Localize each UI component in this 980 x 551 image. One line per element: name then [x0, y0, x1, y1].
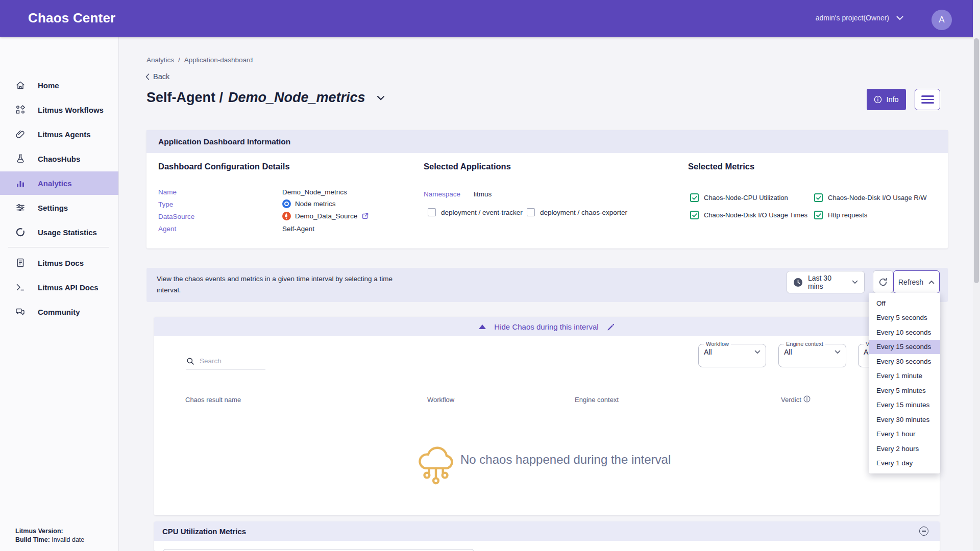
- back-button[interactable]: Back: [145, 72, 169, 81]
- column-verdict: Verdict: [781, 396, 801, 404]
- configuration-heading: Dashboard Configuration Details: [158, 162, 290, 171]
- app-logo: Chaos Center: [28, 10, 115, 26]
- menu-option-every-1-day[interactable]: Every 1 day: [869, 456, 940, 471]
- checkbox-checked[interactable]: [814, 211, 823, 219]
- metric-item: Http requests: [814, 211, 867, 219]
- panel-header: Application Dashboard Information: [146, 130, 948, 153]
- chevron-up-icon: [928, 280, 935, 284]
- breadcrumb-separator: /: [178, 56, 180, 64]
- refresh-now-button[interactable]: [873, 270, 893, 293]
- sidebar-divider: [8, 247, 109, 247]
- time-range-value: Last 30 mins: [808, 274, 847, 290]
- workflow-filter[interactable]: Workflow All: [698, 341, 766, 367]
- sidebar-item-settings[interactable]: Settings: [0, 196, 118, 219]
- config-label-name: Name: [158, 188, 177, 196]
- prometheus-icon: [282, 212, 291, 220]
- info-button[interactable]: Info: [867, 89, 906, 110]
- metric-item: Chaos-Node-CPU Utilization: [690, 193, 788, 202]
- sidebar-item-litmus-agents[interactable]: Litmus Agents: [0, 122, 118, 146]
- workflows-icon: [15, 105, 26, 115]
- menu-option-every-30-seconds[interactable]: Every 30 seconds: [869, 354, 940, 369]
- namespace-label: Namespace: [424, 190, 460, 198]
- edit-pencil-icon[interactable]: [607, 322, 615, 331]
- column-engine-context: Engine context: [575, 396, 619, 404]
- menu-option-every-5-seconds[interactable]: Every 5 seconds: [869, 311, 940, 325]
- search-icon: [186, 357, 194, 365]
- breadcrumb-application-dashboard[interactable]: Application-dashboard: [184, 56, 253, 64]
- cpu-section-title: CPU Utilization Metrics: [162, 527, 246, 536]
- menu-option-every-2-hours[interactable]: Every 2 hours: [869, 441, 940, 456]
- menu-option-every-10-seconds[interactable]: Every 10 seconds: [869, 325, 940, 340]
- page-title: Self-Agent / Demo_Node_metrics: [146, 90, 385, 106]
- config-value-name: Demo_Node_metrics: [282, 188, 347, 196]
- verdict-info-icon[interactable]: [803, 395, 811, 403]
- config-value-type: Node metrics: [282, 199, 336, 208]
- search-field: [186, 357, 265, 369]
- chevron-down-icon: [835, 350, 841, 354]
- usage-ring-icon: [15, 227, 26, 237]
- collapse-triangle-icon[interactable]: [479, 324, 486, 329]
- search-input[interactable]: [199, 357, 262, 365]
- menu-option-every-5-minutes[interactable]: Every 5 minutes: [869, 383, 940, 398]
- project-switcher[interactable]: admin's project(Owner): [816, 14, 903, 22]
- menu-option-off[interactable]: Off: [869, 296, 940, 311]
- document-icon: [15, 258, 26, 268]
- checkbox-unchecked[interactable]: [527, 208, 535, 216]
- config-label-datasource: DataSource: [158, 213, 194, 220]
- sidebar-item-analytics[interactable]: Analytics: [0, 171, 118, 195]
- refresh-rate-button[interactable]: Refresh: [893, 270, 940, 293]
- sidebar-item-community[interactable]: Community: [0, 300, 118, 323]
- interval-message: View the chaos events and metrics in a g…: [157, 273, 393, 296]
- page-title-agent: Self-Agent /: [146, 90, 223, 106]
- sidebar-item-home[interactable]: Home: [0, 73, 118, 97]
- dashboard-menu-button[interactable]: [915, 89, 940, 110]
- checkbox-unchecked[interactable]: [428, 208, 436, 216]
- menu-option-every-1-hour[interactable]: Every 1 hour: [869, 427, 940, 442]
- panel-title: Application Dashboard Information: [158, 137, 290, 146]
- checkbox-checked[interactable]: [690, 211, 699, 219]
- sidebar-item-litmus-workflows[interactable]: Litmus Workflows: [0, 98, 118, 121]
- hamburger-icon: [921, 95, 934, 104]
- cpu-utilization-card: CPU Utilization Metrics: [154, 521, 940, 551]
- chevron-down-icon: [896, 16, 903, 20]
- project-label: admin's project(Owner): [816, 14, 889, 22]
- menu-option-every-15-minutes[interactable]: Every 15 minutes: [869, 398, 940, 413]
- menu-option-every-15-seconds[interactable]: Every 15 seconds: [869, 340, 940, 355]
- sidebar-item-usage-statistics[interactable]: Usage Statistics: [0, 220, 118, 244]
- engine-context-filter[interactable]: Engine context All: [778, 341, 846, 367]
- column-workflow: Workflow: [427, 396, 454, 404]
- checkbox-checked[interactable]: [690, 193, 699, 202]
- time-range-select[interactable]: Last 30 mins: [787, 271, 865, 293]
- breadcrumb-analytics[interactable]: Analytics: [146, 56, 174, 64]
- checkbox-checked[interactable]: [814, 193, 823, 202]
- hide-chaos-toggle-label[interactable]: Hide Chaos during this interval: [494, 322, 598, 331]
- namespace-row: Namespace litmus: [424, 190, 492, 198]
- menu-option-every-1-minute[interactable]: Every 1 minute: [869, 369, 940, 384]
- flask-icon: [15, 154, 26, 164]
- chat-bubbles-icon: [15, 307, 26, 317]
- cloud-network-icon: [413, 439, 458, 490]
- scrollbar-thumb[interactable]: [974, 38, 979, 283]
- config-value-agent: Self-Agent: [282, 225, 314, 233]
- sidebar-item-chaoshubs[interactable]: ChaosHubs: [0, 147, 118, 170]
- metric-item: Chaos-Node-Disk I/O Usage Times: [690, 211, 807, 219]
- chaos-center-app: Chaos Center admin's project(Owner) A Ho…: [0, 0, 980, 551]
- dashboard-select-chevron[interactable]: [377, 95, 385, 101]
- sidebar: Home Litmus Workflows Litmus Agents Chao…: [0, 37, 119, 551]
- cpu-section-header: CPU Utilization Metrics: [154, 521, 940, 541]
- analytics-icon: [15, 178, 26, 188]
- chaos-events-card: Hide Chaos during this interval Workflow…: [154, 317, 940, 515]
- sidebar-item-litmus-docs[interactable]: Litmus Docs: [0, 251, 118, 274]
- collapse-minus-icon[interactable]: [919, 527, 928, 536]
- sidebar-item-litmus-api-docs[interactable]: Litmus API Docs: [0, 276, 118, 299]
- avatar[interactable]: A: [932, 10, 952, 30]
- config-label-agent: Agent: [158, 225, 176, 233]
- chevron-left-icon: [145, 73, 150, 80]
- refresh-icon: [878, 277, 888, 287]
- external-link-icon[interactable]: [361, 212, 369, 220]
- chart-panel-partial: [162, 549, 475, 551]
- clock-icon: [793, 278, 803, 287]
- refresh-rate-menu: Off Every 5 seconds Every 10 seconds Eve…: [869, 293, 940, 473]
- menu-option-every-30-minutes[interactable]: Every 30 minutes: [869, 412, 940, 427]
- chevron-down-icon: [377, 95, 385, 101]
